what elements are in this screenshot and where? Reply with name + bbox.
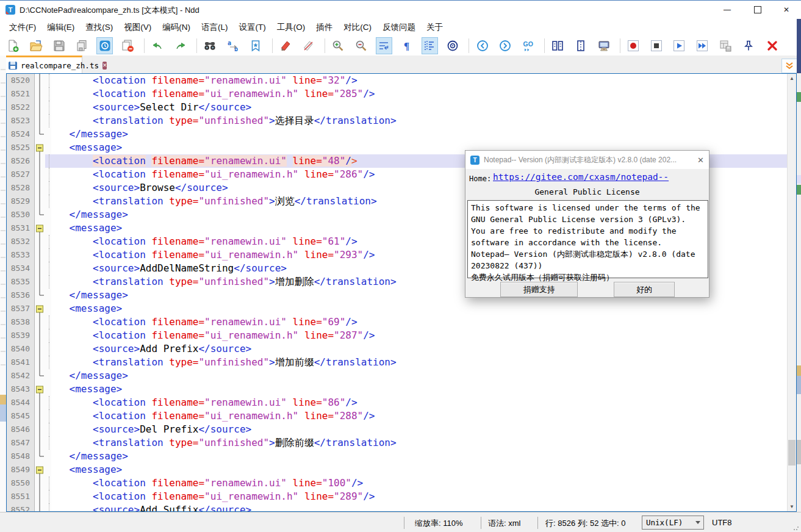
toolbar-indent-guides-button[interactable] — [422, 37, 438, 54]
code-row[interactable]: 8548 </message> — [7, 450, 788, 463]
toolbar-screen-share-button[interactable] — [595, 37, 612, 54]
code-row[interactable]: 8539 <location filename="ui_renamewin.h"… — [7, 329, 788, 342]
menu-item-5[interactable]: 语言(L) — [196, 20, 234, 35]
code-row[interactable]: 8523 <translation type="unfinished">选择目录… — [7, 114, 788, 128]
menu-item-9[interactable]: 对比(C) — [338, 20, 377, 35]
maximize-button[interactable] — [744, 1, 772, 19]
code-row[interactable]: 8522 <source>Select Dir</source> — [7, 101, 788, 114]
toolbar-mark-red-button[interactable] — [278, 37, 294, 54]
toolbar-zoom-in-button[interactable] — [330, 37, 347, 54]
code-row[interactable]: 8544 <location filename="renamewin.ui" l… — [7, 396, 788, 409]
dialog-close-icon[interactable]: ✕ — [692, 156, 704, 165]
tab-realcompare[interactable]: realcompare_zh.ts ✕ — [6, 56, 82, 73]
code-line-text[interactable]: <location filename="ui_renamewin.h" line… — [45, 409, 788, 423]
toolbar-replace-button[interactable]: ab — [224, 37, 241, 54]
toolbar-save-all-button[interactable] — [74, 37, 90, 54]
vertical-scrollbar[interactable]: ▲ ▼ — [787, 74, 796, 511]
donate-button[interactable]: 捐赠支持 — [500, 282, 578, 297]
code-row[interactable]: 8547 <translation type="unfinished">删除前缀… — [7, 436, 788, 450]
toolbar-compare-single-button[interactable] — [573, 37, 589, 54]
toolbar-close-all-button[interactable] — [764, 37, 781, 54]
toolbar-show-symbols-button[interactable]: ¶ — [399, 37, 415, 54]
code-line-text[interactable]: <message> — [45, 302, 788, 315]
code-line-text[interactable]: <source>Select Dir</source> — [45, 101, 788, 114]
code-line-text[interactable]: <source>Add Suffix</source> — [45, 503, 788, 511]
code-line-text[interactable]: <location filename="renamewin.ui" line="… — [45, 476, 788, 490]
code-line-text[interactable]: <translation type="unfinished">增加前缀</tra… — [45, 356, 788, 369]
toolbar-bookmark-button[interactable] — [248, 37, 264, 54]
toolbar-nav-forward-button[interactable] — [497, 37, 514, 54]
resize-grip[interactable] — [793, 525, 799, 531]
code-row[interactable]: 8541 <translation type="unfinished">增加前缀… — [7, 356, 788, 369]
code-row[interactable]: 8549 <message> — [7, 463, 788, 476]
menu-item-4[interactable]: 编码(N) — [157, 20, 196, 35]
tab-list-button[interactable] — [781, 59, 797, 73]
toolbar-auto-save-button[interactable] — [96, 37, 113, 54]
minimize-button[interactable]: — — [713, 1, 741, 19]
close-button[interactable]: ✕ — [772, 1, 800, 19]
fold-marker[interactable] — [34, 383, 45, 396]
toolbar-mark-clear-button[interactable] — [300, 37, 317, 54]
toolbar-redo-button[interactable] — [172, 37, 189, 54]
toolbar-save-macro-button[interactable] — [717, 37, 733, 54]
fold-marker[interactable] — [34, 141, 45, 154]
code-row[interactable]: 8546 <source>Del Prefix</source> — [7, 423, 788, 436]
toolbar-close-file-button[interactable] — [120, 37, 136, 54]
code-line-text[interactable]: <message> — [45, 463, 788, 476]
title-bar[interactable]: T D:\CCNotePad\realcompare_zh.ts [文本模式] … — [0, 1, 801, 19]
code-row[interactable]: 8540 <source>Add Prefix</source> — [7, 342, 788, 356]
code-row[interactable]: 8542 </message> — [7, 369, 788, 383]
tab-close-icon[interactable]: ✕ — [102, 62, 107, 70]
toolbar-locate-button[interactable] — [445, 37, 461, 54]
menu-item-1[interactable]: 编辑(E) — [41, 20, 80, 35]
toolbar-word-wrap-button[interactable] — [376, 37, 392, 54]
menu-item-2[interactable]: 查找(S) — [80, 20, 118, 35]
code-row[interactable]: 8545 <location filename="ui_renamewin.h"… — [7, 409, 788, 423]
code-line-text[interactable]: </message> — [45, 369, 788, 383]
code-row[interactable]: 8550 <location filename="renamewin.ui" l… — [7, 476, 788, 490]
menu-item-3[interactable]: 视图(V) — [118, 20, 157, 35]
toolbar-undo-button[interactable] — [149, 37, 166, 54]
toolbar-play-macro-multi-button[interactable] — [694, 37, 711, 54]
code-line-text[interactable]: <translation type="unfinished">删除前缀</tra… — [45, 436, 788, 450]
menu-item-7[interactable]: 工具(O) — [271, 20, 311, 35]
code-row[interactable]: 8551 <location filename="ui_renamewin.h"… — [7, 490, 788, 503]
code-line-text[interactable]: <location filename="renamewin.ui" line="… — [45, 315, 788, 329]
scrollbar-thumb[interactable] — [788, 440, 796, 466]
toolbar-pin-button[interactable] — [740, 37, 757, 54]
toolbar-goto-line-button[interactable]: GO — [520, 37, 537, 54]
code-line-text[interactable]: </message> — [45, 128, 788, 141]
eol-select[interactable]: Unix(LF) — [642, 516, 704, 530]
code-line-text[interactable]: <location filename="renamewin.ui" line="… — [45, 396, 788, 409]
code-row[interactable]: 8520 <location filename="renamewin.ui" l… — [7, 74, 788, 87]
toolbar-record-macro-button[interactable] — [625, 37, 642, 54]
code-line-text[interactable]: <source>Add Prefix</source> — [45, 342, 788, 356]
toolbar-new-file-button[interactable] — [5, 37, 21, 54]
ok-button[interactable]: 好的 — [614, 282, 675, 297]
code-row[interactable]: 8524 </message> — [7, 128, 788, 141]
homepage-link[interactable]: https://gitee.com/cxasm/notepad-- — [493, 172, 669, 182]
code-line-text[interactable]: <location filename="ui_renamewin.h" line… — [45, 87, 788, 101]
code-row[interactable]: 8537 <message> — [7, 302, 788, 315]
dialog-title-bar[interactable]: T Notepad-- Version (内部测试非稳定版本) v2.8.0 (… — [465, 151, 709, 169]
code-row[interactable]: 8552 <source>Add Suffix</source> — [7, 503, 788, 511]
fold-marker[interactable] — [34, 302, 45, 315]
menu-item-10[interactable]: 反馈问题 — [377, 20, 421, 35]
toolbar-zoom-out-button[interactable] — [353, 37, 369, 54]
toolbar-stop-macro-button[interactable] — [648, 37, 665, 54]
fold-marker[interactable] — [34, 221, 45, 235]
fold-marker[interactable] — [34, 463, 45, 476]
code-line-text[interactable]: <message> — [45, 383, 788, 396]
code-line-text[interactable]: <location filename="renamewin.ui" line="… — [45, 74, 788, 87]
toolbar-open-file-button[interactable] — [28, 37, 45, 54]
code-line-text[interactable]: <source>Del Prefix</source> — [45, 423, 788, 436]
code-row[interactable]: 8521 <location filename="ui_renamewin.h"… — [7, 87, 788, 101]
toolbar-save-button[interactable] — [51, 37, 67, 54]
menu-item-0[interactable]: 文件(F) — [4, 20, 41, 35]
code-line-text[interactable]: </message> — [45, 450, 788, 463]
code-row[interactable]: 8543 <message> — [7, 383, 788, 396]
code-row[interactable]: 8538 <location filename="renamewin.ui" l… — [7, 315, 788, 329]
menu-item-6[interactable]: 设置(T) — [234, 20, 271, 35]
scroll-down-icon[interactable]: ▼ — [788, 502, 796, 511]
scroll-up-icon[interactable]: ▲ — [788, 74, 796, 83]
